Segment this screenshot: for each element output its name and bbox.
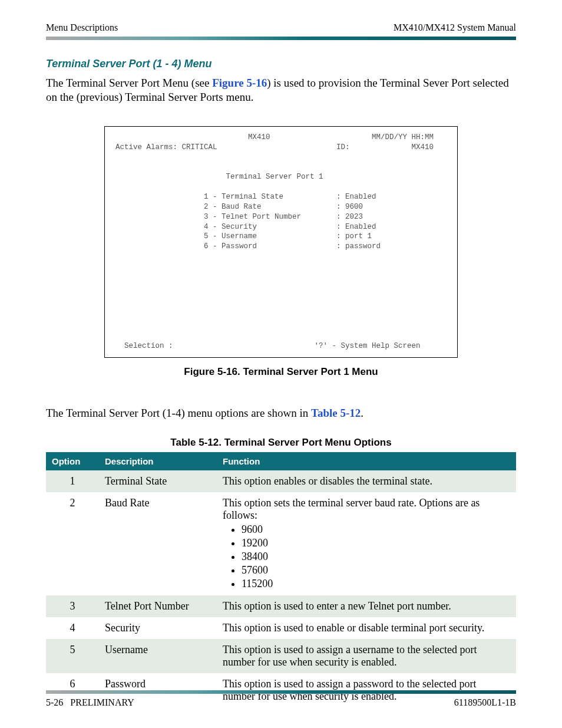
table-row: 5UsernameThis option is used to assign a… xyxy=(46,639,516,673)
options-table: Option Description Function 1Terminal St… xyxy=(46,452,516,707)
table-row: 2Baud RateThis option sets the terminal … xyxy=(46,492,516,595)
terminal-content: MX410 MM/DD/YY HH:MM Active Alarms: CRIT… xyxy=(115,133,447,351)
list-item: 9600 xyxy=(242,523,510,536)
table-row: 3Telnet Port NumberThis option is used t… xyxy=(46,595,516,617)
cell-option: 5 xyxy=(46,639,99,673)
footer-rule xyxy=(46,690,516,694)
header-rule xyxy=(46,37,516,40)
after-figure-paragraph: The Terminal Server Port (1-4) menu opti… xyxy=(46,406,516,420)
cell-option: 4 xyxy=(46,617,99,639)
cell-function: This option is used to enable or disable… xyxy=(217,617,516,639)
cell-description: Telnet Port Number xyxy=(99,595,217,617)
intro-paragraph: The Terminal Server Port Menu (see Figur… xyxy=(46,76,516,105)
cell-function: This option enables or disables the term… xyxy=(217,470,516,492)
table-row: 1Terminal StateThis option enables or di… xyxy=(46,470,516,492)
page-header: Menu Descriptions MX410/MX412 System Man… xyxy=(46,22,516,33)
table-row: 4SecurityThis option is used to enable o… xyxy=(46,617,516,639)
th-function: Function xyxy=(217,452,516,470)
cell-description: Baud Rate xyxy=(99,492,217,595)
page-footer: 5-26 PRELIMINARY 61189500L1-1B xyxy=(46,690,516,708)
header-right: MX410/MX412 System Manual xyxy=(394,22,516,33)
footer-page-number: 5-26 xyxy=(46,697,63,707)
list-item: 57600 xyxy=(242,564,510,577)
figure-xref[interactable]: Figure 5-16 xyxy=(212,77,267,89)
intro-text-pre: The Terminal Server Port Menu (see xyxy=(46,77,212,89)
cell-option: 2 xyxy=(46,492,99,595)
table-caption: Table 5-12. Terminal Server Port Menu Op… xyxy=(46,437,516,449)
cell-option: 3 xyxy=(46,595,99,617)
th-description: Description xyxy=(99,452,217,470)
baud-list: 9600192003840057600115200 xyxy=(231,523,510,591)
figure-caption: Figure 5-16. Terminal Server Port 1 Menu xyxy=(46,366,516,378)
cell-description: Username xyxy=(99,639,217,673)
footer-right: 61189500L1-1B xyxy=(454,697,516,708)
cell-function: This option is used to enter a new Telne… xyxy=(217,595,516,617)
after-text-pre: The Terminal Server Port (1-4) menu opti… xyxy=(46,407,311,419)
cell-function: This option is used to assign a username… xyxy=(217,639,516,673)
cell-option: 1 xyxy=(46,470,99,492)
cell-description: Terminal State xyxy=(99,470,217,492)
th-option: Option xyxy=(46,452,99,470)
terminal-screenshot: MX410 MM/DD/YY HH:MM Active Alarms: CRIT… xyxy=(104,126,458,358)
footer-left: 5-26 PRELIMINARY xyxy=(46,697,134,708)
table-header-row: Option Description Function xyxy=(46,452,516,470)
list-item: 38400 xyxy=(242,550,510,564)
cell-description: Security xyxy=(99,617,217,639)
function-intro: This option sets the terminal server bau… xyxy=(223,497,510,522)
list-item: 19200 xyxy=(242,536,510,550)
after-text-post: . xyxy=(361,407,363,419)
table-xref[interactable]: Table 5-12 xyxy=(311,407,361,419)
cell-function: This option sets the terminal server bau… xyxy=(217,492,516,595)
footer-preliminary: PRELIMINARY xyxy=(70,697,134,707)
section-heading: Terminal Server Port (1 - 4) Menu xyxy=(46,58,516,70)
list-item: 115200 xyxy=(242,577,510,591)
header-left: Menu Descriptions xyxy=(46,22,118,33)
